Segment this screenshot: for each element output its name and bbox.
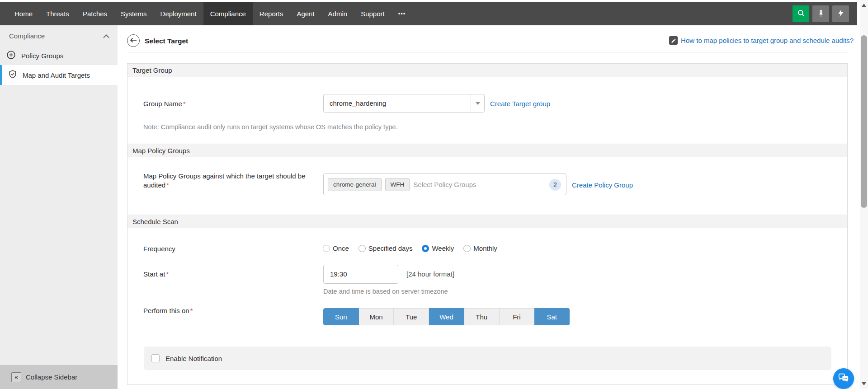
group-name-select[interactable]: chrome_hardening [323, 94, 485, 112]
section-header-target-group: Target Group [127, 64, 847, 77]
frequency-radio-group: Once Specified days Weekly Monthly [323, 244, 497, 252]
chat-button[interactable] [833, 368, 854, 389]
radio-circle-icon [359, 245, 366, 252]
nav-item-deployment[interactable]: Deployment [154, 2, 203, 25]
required-asterisk: * [166, 270, 169, 278]
scroll-down-arrow-icon[interactable] [862, 382, 866, 385]
enable-notification-row: Enable Notification [144, 347, 831, 370]
sidebar-header-label: Compliance [9, 32, 45, 40]
radio-once[interactable]: Once [323, 244, 349, 252]
help-link[interactable]: How to map policies to target group and … [669, 36, 854, 45]
nav-item-threats[interactable]: Threats [39, 2, 76, 25]
nav-item-systems[interactable]: Systems [114, 2, 154, 25]
nav-item-compliance[interactable]: Compliance [203, 2, 253, 25]
nav-item-home[interactable]: Home [8, 2, 39, 25]
sidebar: Compliance Policy Groups Map and Audit T… [0, 25, 118, 389]
search-button[interactable] [793, 5, 809, 22]
radio-monthly[interactable]: Monthly [463, 244, 497, 252]
nav-item-admin[interactable]: Admin [321, 2, 354, 25]
quick-actions-button[interactable] [832, 5, 849, 22]
sidebar-item-policy-groups[interactable]: Policy Groups [0, 46, 118, 65]
app-screen: Home Threats Patches Systems Deployment … [0, 0, 868, 389]
selected-count-badge: 2 [549, 179, 561, 191]
enable-notification-label[interactable]: Enable Notification [165, 355, 222, 362]
enable-notification-checkbox[interactable] [151, 354, 160, 362]
sidebar-item-label: Map and Audit Targets [23, 71, 90, 79]
lightning-icon [837, 9, 845, 19]
scrollbar[interactable] [860, 0, 868, 389]
radio-specified-days[interactable]: Specified days [359, 244, 413, 252]
nav-item-patches[interactable]: Patches [76, 2, 114, 25]
launch-button[interactable] [812, 5, 829, 22]
back-button[interactable] [127, 34, 140, 47]
timezone-note: Date and time is based on server timezon… [323, 288, 448, 295]
collapse-chevrons-icon: « [11, 372, 21, 382]
day-button-sun[interactable]: Sun [323, 308, 359, 325]
day-button-sat[interactable]: Sat [534, 308, 570, 325]
weekday-button-group: Sun Mon Tue Wed Thu Fri Sat [323, 308, 570, 325]
rocket-icon [817, 9, 825, 19]
nav-item-support[interactable]: Support [354, 2, 392, 25]
back-arrow-icon [130, 37, 137, 45]
day-button-thu[interactable]: Thu [464, 308, 500, 325]
dropdown-caret-button[interactable] [471, 94, 484, 112]
plus-circle-icon [6, 50, 16, 61]
start-time-input[interactable]: 19:30 [323, 265, 398, 284]
document-edit-icon [669, 36, 678, 45]
radio-circle-icon [463, 245, 471, 252]
start-at-label: Start at* [143, 270, 169, 278]
create-policy-group-link[interactable]: Create Policy Group [572, 181, 633, 189]
multiselect-placeholder: Select Policy Groups [413, 181, 476, 188]
collapse-sidebar-button[interactable]: « Collapse Sidebar [0, 365, 118, 389]
scrollbar-thumb[interactable] [861, 35, 867, 208]
radio-circle-icon [323, 245, 330, 252]
radio-weekly[interactable]: Weekly [422, 244, 454, 252]
chevron-down-icon [476, 102, 480, 105]
chevron-up-icon [103, 32, 109, 40]
section-header-schedule-scan: Schedule Scan [127, 215, 847, 228]
required-asterisk: * [190, 307, 193, 314]
day-button-fri[interactable]: Fri [500, 308, 535, 325]
form-panel: Target Group Group Name* chrome_hardenin… [127, 63, 848, 385]
top-navbar: Home Threats Patches Systems Deployment … [0, 2, 857, 25]
page-title: Select Target [145, 37, 188, 45]
radio-selected-icon [422, 245, 429, 252]
day-button-mon[interactable]: Mon [359, 308, 394, 325]
policy-groups-multiselect[interactable]: chrome-general WFH Select Policy Groups … [323, 173, 566, 195]
group-name-value: chrome_hardening [324, 94, 471, 112]
map-policy-groups-label: Map Policy Groups against which the targ… [143, 172, 320, 190]
chat-bubbles-icon [838, 372, 849, 385]
collapse-sidebar-label: Collapse Sidebar [26, 373, 77, 381]
nav-item-agent[interactable]: Agent [290, 2, 321, 25]
navbar-actions [793, 5, 849, 22]
sidebar-item-map-audit-targets[interactable]: Map and Audit Targets [0, 65, 118, 85]
nav-item-more[interactable]: ••• [392, 2, 413, 25]
nav-item-reports[interactable]: Reports [253, 2, 290, 25]
sidebar-item-label: Policy Groups [21, 52, 63, 60]
sidebar-header[interactable]: Compliance [0, 25, 118, 46]
group-name-label: Group Name* [143, 100, 186, 108]
policy-group-chip[interactable]: WFH [385, 178, 410, 191]
shield-check-icon [8, 70, 17, 80]
scroll-up-arrow-icon[interactable] [862, 4, 866, 7]
target-group-note: Note: Compliance audit only runs on targ… [143, 123, 398, 131]
frequency-label: Frequency [143, 245, 175, 253]
time-format-hint: [24 hour format] [406, 270, 454, 278]
create-target-group-link[interactable]: Create Target group [490, 100, 550, 108]
section-header-map-policy-groups: Map Policy Groups [127, 144, 847, 157]
required-asterisk: * [166, 181, 169, 189]
header-divider [127, 52, 849, 52]
perform-this-on-label: Perform this on* [143, 307, 193, 314]
policy-group-chip[interactable]: chrome-general [328, 178, 382, 191]
main-content: Select Target How to map policies to tar… [118, 25, 860, 389]
required-asterisk: * [183, 100, 186, 108]
day-button-tue[interactable]: Tue [394, 308, 429, 325]
search-icon [797, 9, 805, 19]
day-button-wed[interactable]: Wed [429, 308, 464, 325]
help-link-label: How to map policies to target group and … [681, 37, 854, 44]
